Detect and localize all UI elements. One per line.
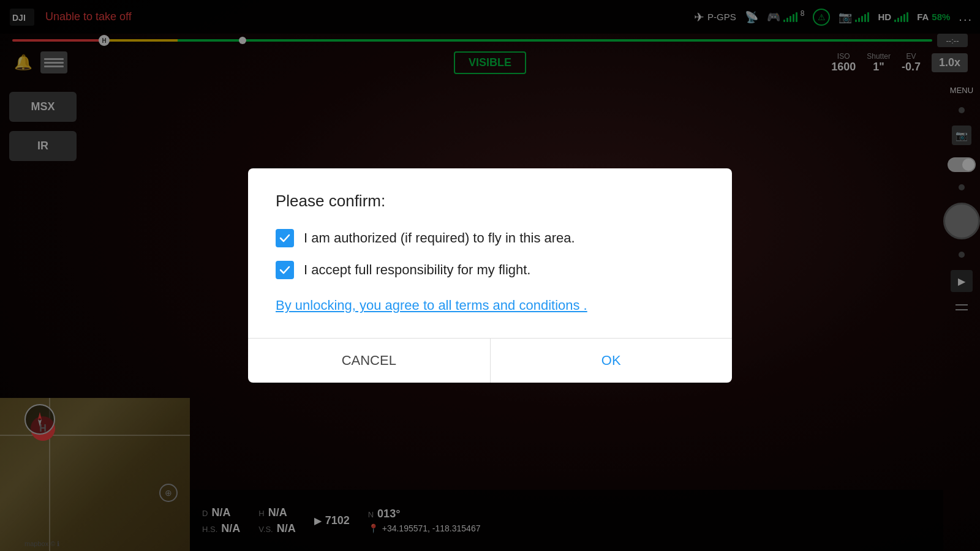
cancel-button[interactable]: CANCEL	[248, 339, 491, 383]
dialog-footer: CANCEL OK	[248, 339, 732, 383]
checkbox-2[interactable]	[276, 261, 294, 279]
dialog-title: Please confirm:	[276, 192, 704, 211]
dialog-body: Please confirm: I am authorized (if requ…	[248, 168, 732, 338]
checkbox-1[interactable]	[276, 229, 294, 247]
checkbox-1-label: I am authorized (if required) to fly in …	[304, 230, 575, 246]
checkbox-row-2: I accept full responsibility for my flig…	[276, 261, 704, 279]
ok-button[interactable]: OK	[491, 339, 733, 383]
terms-link[interactable]: By unlocking, you agree to all terms and…	[276, 298, 587, 313]
confirm-dialog: Please confirm: I am authorized (if requ…	[248, 168, 732, 383]
checkbox-row-1: I am authorized (if required) to fly in …	[276, 229, 704, 247]
checkbox-2-label: I accept full responsibility for my flig…	[304, 262, 530, 278]
